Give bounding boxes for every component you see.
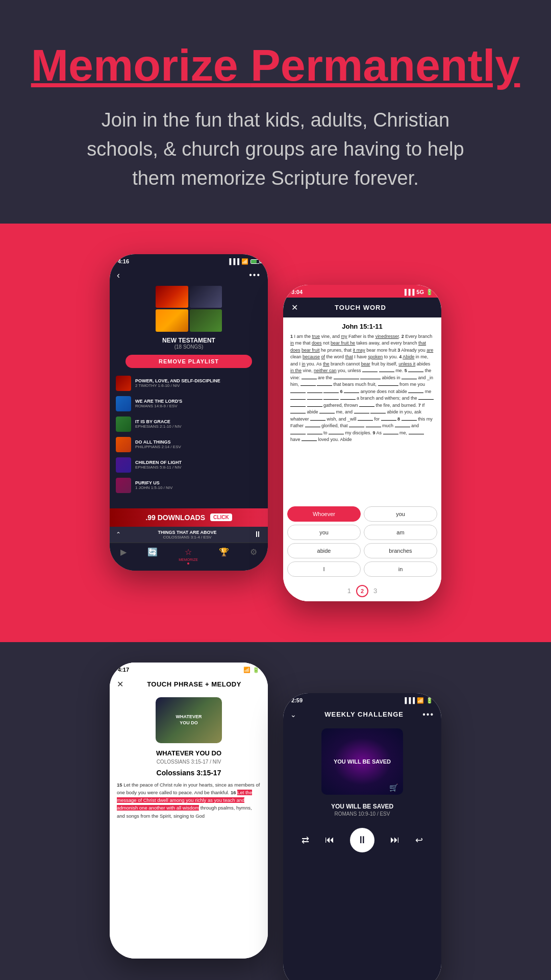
tp-status-bar: 4:17 📶 🔋: [110, 663, 268, 675]
gear-icon: ⚙: [250, 547, 257, 557]
album-art-3: [156, 309, 188, 332]
song-thumb-5: [116, 457, 131, 473]
remove-playlist-button[interactable]: REMOVE PLAYLIST: [126, 355, 252, 368]
phone-left-mockup: 4:16 ▐▐▐ 📶 ‹ ••• NE: [110, 254, 268, 571]
signal-icon: ▐▐▐: [228, 258, 239, 264]
album-art-4: [190, 309, 222, 332]
loop-icon: 🔄: [147, 547, 158, 557]
play-icon: ▶: [120, 547, 127, 557]
wifi-icon-bl: 📶: [243, 667, 251, 673]
battery-icon-br: 🔋: [426, 697, 433, 704]
phone-bottom-right-mockup: 2:59 ▐▐▐ 📶 🔋 ⌄ WEEKLY CHALLENGE ••• YOU …: [283, 693, 441, 980]
tab-settings[interactable]: ⚙: [250, 547, 257, 565]
np-chevron-icon: ⌃: [116, 531, 121, 538]
wifi-icon-br: 📶: [417, 697, 424, 704]
repeat-icon[interactable]: ↩: [415, 835, 423, 846]
trophy-icon: 🏆: [219, 547, 229, 557]
song-thumb-1: [116, 376, 131, 391]
song-thumb-3: [116, 416, 131, 432]
choice-you-1[interactable]: you: [364, 506, 437, 522]
album-art-container: [110, 284, 268, 336]
touch-word-screen: 3:04 ▐▐▐ 5G 🔋 ✕ TOUCH WORD John 15:1-11 …: [283, 285, 441, 601]
choice-branches[interactable]: branches: [364, 543, 437, 558]
song-item-2[interactable]: WE ARE THE LORD'S ROMANS 14:8-9 / ESV: [110, 394, 268, 414]
battery-icon-right: 🔋: [426, 289, 433, 296]
tab-bar: ▶ 🔄 ☆ MEMORIZE 🏆 ⚙: [110, 543, 268, 571]
page-3[interactable]: 3: [373, 587, 377, 595]
tw-body: John 15:1-11 1 I am the true vine, and m…: [283, 317, 441, 502]
page-2-active[interactable]: 2: [356, 585, 368, 597]
album-art-1: [156, 286, 188, 308]
wc-album-art: YOU WILL BE SAVED 🛒: [321, 728, 403, 795]
battery-icon: [251, 259, 260, 264]
song-list: POWER, LOVE, AND SELF-DISCIPLINE 2 TIMOT…: [110, 370, 268, 508]
tab-trophy[interactable]: 🏆: [219, 547, 229, 565]
tab-active-indicator: [187, 562, 189, 565]
weekly-challenge-screen: 2:59 ▐▐▐ 📶 🔋 ⌄ WEEKLY CHALLENGE ••• YOU …: [283, 693, 441, 980]
network-type: 5G: [416, 289, 424, 295]
tw-verse-text: 1 I am the true vine, and my Father is t…: [290, 333, 434, 444]
playlist-info: NEW TESTAMENT (18 SONGS): [110, 336, 268, 353]
song-item-6[interactable]: PURIFY US 1 JOHN 1:5-10 / NIV: [110, 475, 268, 496]
song-item-4[interactable]: DO ALL THINGS PHILIPPIANS 2:14 / ESV: [110, 434, 268, 455]
choice-in[interactable]: in: [364, 561, 437, 577]
tp-song-ref: COLOSSIANS 3:15-17 / NIV: [110, 759, 268, 765]
tp-verse-ref: Colossians 3:15-17: [110, 769, 268, 777]
tab-memorize[interactable]: ☆ MEMORIZE: [179, 547, 198, 565]
song-thumb-2: [116, 396, 131, 411]
song-item-3[interactable]: IT IS BY GRACE EPHESIANS 2:1-10 / NIV: [110, 414, 268, 434]
red-section: 4:16 ▐▐▐ 📶 ‹ ••• NE: [0, 224, 551, 642]
subtitle-text: Join in the fun that kids, adults, Chris…: [71, 106, 480, 193]
tw-close-button[interactable]: ✕: [291, 303, 298, 312]
now-playing-bar: ⌃ THINGS THAT ARE ABOVE COLOSSIANS 3:1-4…: [110, 527, 268, 543]
wc-status-bar: 2:59 ▐▐▐ 📶 🔋: [283, 693, 441, 706]
wifi-icon: 📶: [241, 258, 248, 265]
wc-header: ⌄ WEEKLY CHALLENGE •••: [283, 706, 441, 723]
song-thumb-6: [116, 478, 131, 493]
phone-right-mockup: 3:04 ▐▐▐ 5G 🔋 ✕ TOUCH WORD John 15:1-11 …: [283, 285, 441, 601]
wc-controls: ⇄ ⏮ ⏸ ⏭ ↩: [283, 822, 441, 859]
status-bar-left: 4:16 ▐▐▐ 📶: [110, 254, 268, 267]
tp-close-button[interactable]: ✕: [117, 679, 123, 689]
page-1[interactable]: 1: [347, 587, 351, 595]
next-button[interactable]: ⏭: [390, 835, 399, 845]
playlist-header: ‹ •••: [110, 267, 268, 284]
tab-play[interactable]: ▶: [120, 547, 127, 565]
signal-icon-right: ▐▐▐: [403, 289, 414, 295]
downloads-banner[interactable]: .99 DOWNLOADS CLICK: [110, 508, 268, 527]
wc-play-button[interactable]: ⏸: [350, 828, 374, 852]
album-art-2: [190, 286, 222, 308]
tp-album-art: WHATEVERYOU DO: [156, 697, 222, 743]
dark-section: 4:17 📶 🔋 ✕ TOUCH PHRASE + MELODY WHATEVE…: [0, 642, 551, 980]
choice-i[interactable]: I: [287, 561, 361, 577]
tab-circle[interactable]: 🔄: [147, 547, 158, 565]
shuffle-icon[interactable]: ⇄: [302, 835, 309, 846]
album-art-grid: [156, 286, 222, 332]
wc-chevron-icon[interactable]: ⌄: [290, 710, 306, 719]
choice-whoever[interactable]: Whoever: [287, 506, 361, 522]
touch-phrase-screen: 4:17 📶 🔋 ✕ TOUCH PHRASE + MELODY WHATEVE…: [110, 663, 268, 959]
song-item-5[interactable]: CHILDREN OF LIGHT EPHESIANS 5:8-11 / NIV: [110, 455, 268, 475]
choice-abide[interactable]: abide: [287, 543, 361, 558]
tp-header: ✕ TOUCH PHRASE + MELODY: [110, 675, 268, 693]
wc-song-ref: ROMANS 10:9-10 / ESV: [283, 811, 441, 817]
wc-more-button[interactable]: •••: [422, 710, 434, 719]
choice-am[interactable]: am: [364, 525, 437, 540]
previous-button[interactable]: ⏮: [325, 835, 334, 845]
more-button[interactable]: •••: [249, 271, 261, 280]
header-section: Memorize Permanently Join in the fun tha…: [0, 0, 551, 224]
tp-verse-text: 15 Let the peace of Christ rule in your …: [110, 781, 268, 820]
memorize-icon: ☆: [185, 547, 192, 557]
phone-left-screen: 4:16 ▐▐▐ 📶 ‹ ••• NE: [110, 254, 268, 571]
wc-song-title: YOU WILL BE SAVED: [283, 800, 441, 811]
wc-cart-icon: 🛒: [389, 783, 398, 792]
choice-you-2[interactable]: you: [287, 525, 361, 540]
tp-song-title: WHATEVER YOU DO: [110, 747, 268, 759]
signal-icon-br: ▐▐▐: [403, 697, 415, 703]
tw-status-bar: 3:04 ▐▐▐ 5G 🔋: [283, 285, 441, 298]
song-thumb-4: [116, 437, 131, 452]
back-button[interactable]: ‹: [117, 270, 120, 281]
tw-choices: Whoever you you am abide branches I in: [283, 502, 441, 581]
song-item-1[interactable]: POWER, LOVE, AND SELF-DISCIPLINE 2 TIMOT…: [110, 373, 268, 394]
np-play-button[interactable]: ⏸: [254, 530, 262, 539]
